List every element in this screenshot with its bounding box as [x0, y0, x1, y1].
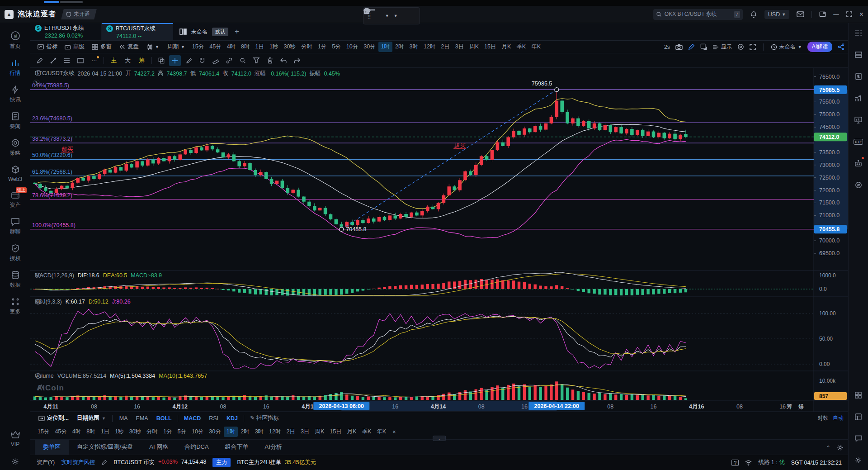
timeframe-分时[interactable]: 分时	[144, 427, 160, 437]
big-chart-button[interactable]: 大	[122, 56, 134, 66]
trend-point-low[interactable]	[340, 227, 344, 231]
ticker[interactable]: BTC/USDT 币安 +0.03% 74,154.48	[113, 459, 206, 466]
overbought-annotation[interactable]: 超买	[61, 146, 73, 152]
timeframe-周K[interactable]: 周K	[467, 42, 481, 52]
pencil-tool[interactable]	[34, 55, 46, 66]
help-icon[interactable]: ?	[731, 460, 739, 466]
ai-robot-button[interactable]	[853, 158, 864, 169]
timeframe-1时[interactable]: 1时	[378, 42, 392, 52]
timeframe-1日[interactable]: 1日	[98, 427, 112, 437]
timeframe-分时[interactable]: 分时	[298, 42, 315, 52]
timeframe-周K[interactable]: 周K	[312, 427, 327, 437]
timeframe-季K[interactable]: 季K	[514, 42, 528, 52]
maximize-button[interactable]	[846, 11, 852, 17]
chip-chart-button[interactable]: 筹	[136, 56, 148, 66]
fullscreen-icon[interactable]	[750, 44, 756, 50]
indicator-toggle-RSI[interactable]: RSI	[205, 414, 222, 423]
collapse-circle-icon[interactable]	[35, 373, 41, 379]
indicator-toggle-社区指标[interactable]: ✎ 社区指标	[246, 413, 283, 423]
gear-icon[interactable]	[837, 444, 844, 451]
compare-layout-icon[interactable]	[179, 28, 187, 35]
ai-analysis-button[interactable]: AI解读	[807, 42, 832, 52]
timeframe-5分[interactable]: 5分	[329, 42, 343, 52]
overbought-annotation[interactable]: 超买	[454, 142, 466, 149]
main-force-badge[interactable]: 主力	[212, 458, 231, 467]
timeframe-3日[interactable]: 3日	[298, 427, 312, 437]
new-window-icon[interactable]	[700, 43, 707, 50]
anchor-tool[interactable]	[196, 55, 208, 66]
sidebar-item-行情[interactable]: 行情	[0, 54, 30, 81]
etf-panel-button[interactable]: ETF	[853, 136, 864, 147]
toolbar-button-指标[interactable]: 指标	[34, 42, 61, 52]
timeframe-5分[interactable]: 5分	[175, 427, 189, 437]
search-input[interactable]: OKX BTC/USDT 永续 /	[653, 9, 743, 20]
timeframe-15分[interactable]: 15分	[35, 427, 52, 437]
collapse-circle-icon[interactable]	[35, 70, 42, 76]
delete-tool[interactable]	[264, 55, 276, 66]
default-badge[interactable]: 默认	[212, 28, 228, 36]
timeframe-1时[interactable]: 1时	[224, 427, 238, 437]
timeframe-3时[interactable]: 3时	[252, 427, 266, 437]
currency-select[interactable]: USD▼	[764, 10, 789, 19]
assets-label[interactable]: 资产(¥)	[37, 459, 55, 466]
timeframe-1分[interactable]: 1分	[315, 42, 329, 52]
redo-button[interactable]	[291, 55, 303, 66]
indicator-toggle-MA[interactable]: MA	[115, 414, 132, 423]
timeframe-15分[interactable]: 15分	[189, 42, 207, 52]
date-range-select[interactable]: 日期范围▼	[73, 413, 109, 423]
display-settings-button[interactable]: 显示	[712, 43, 732, 51]
timeframe-2时[interactable]: 2时	[392, 42, 406, 52]
timeframe-8时[interactable]: 8时	[238, 42, 252, 52]
gear-icon[interactable]	[11, 458, 19, 465]
line-tool[interactable]	[47, 55, 59, 66]
sidebar-item-快讯[interactable]: 快讯	[0, 81, 30, 108]
magnify-tool[interactable]	[237, 55, 249, 66]
timeframe-12时[interactable]: 12时	[266, 427, 283, 437]
line-width-select[interactable]: ▼	[394, 14, 398, 18]
symbol-tab-ETH/USDT永续[interactable]: SETH/USDT永续2322.86 0.02%	[30, 23, 102, 40]
timeframe-10分[interactable]: 10分	[189, 427, 206, 437]
x-extra-label[interactable]: 爆	[798, 404, 804, 410]
indicator-toggle-EMA[interactable]: EMA	[132, 414, 152, 423]
sidebar-item-要闻[interactable]: 要闻	[0, 108, 30, 134]
share-icon[interactable]	[838, 43, 844, 50]
cursor-tool[interactable]	[169, 55, 181, 66]
timeframe-4时[interactable]: 4时	[70, 427, 84, 437]
messages-button[interactable]	[797, 11, 804, 18]
bottom-tab-合约DCA[interactable]: 合约DCA	[176, 439, 217, 455]
panel-layout-button[interactable]	[819, 11, 826, 18]
timeframe-8时[interactable]: 8时	[84, 427, 98, 437]
unnamed-layout-label[interactable]: 未命名	[191, 28, 208, 36]
filter-tool[interactable]	[250, 55, 262, 66]
timeframe-月K[interactable]: 月K	[344, 427, 359, 437]
undo-button[interactable]	[278, 55, 289, 66]
timeframe-30秒[interactable]: 30秒	[127, 427, 144, 437]
toolbar-button-高级[interactable]: 高级	[61, 42, 88, 52]
edit-icon[interactable]	[101, 460, 107, 465]
sidebar-item-数据[interactable]: 数据	[0, 266, 30, 293]
not-activated-badge[interactable]: 未开通	[61, 9, 97, 19]
camera-icon[interactable]	[675, 44, 683, 50]
bottom-tab-委单区[interactable]: 委单区	[35, 439, 69, 455]
close-timeframe-bar[interactable]: ×	[390, 427, 398, 437]
depth-panel-button[interactable]	[853, 49, 864, 60]
compare-tool[interactable]	[156, 55, 167, 66]
stats-panel-button[interactable]	[853, 114, 864, 125]
trend-panel-button[interactable]	[853, 93, 864, 104]
template-panel-button[interactable]	[853, 411, 864, 422]
more-tools[interactable]: ⋯	[88, 55, 100, 66]
layout-name-select[interactable]: 未命名▼	[771, 43, 802, 51]
line-style-select[interactable]: ▼	[385, 14, 389, 18]
timeframe-10分[interactable]: 10分	[344, 42, 361, 52]
timeframe-2时[interactable]: 2时	[238, 427, 252, 437]
timeframe-45分[interactable]: 45分	[52, 427, 69, 437]
toolbar-button-复盘[interactable]: 复盘	[115, 42, 142, 52]
timeframe-2日[interactable]: 2日	[284, 427, 298, 437]
bottom-tab-AI分析[interactable]: AI分析	[257, 439, 290, 455]
target-icon[interactable]	[737, 43, 744, 50]
minimize-button[interactable]: —	[833, 11, 839, 18]
timeframe-1日[interactable]: 1日	[253, 42, 267, 52]
timeframe-30秒[interactable]: 30秒	[281, 42, 298, 52]
sidebar-item-授权[interactable]: 授权	[0, 240, 30, 266]
notifications-button[interactable]	[750, 11, 757, 18]
